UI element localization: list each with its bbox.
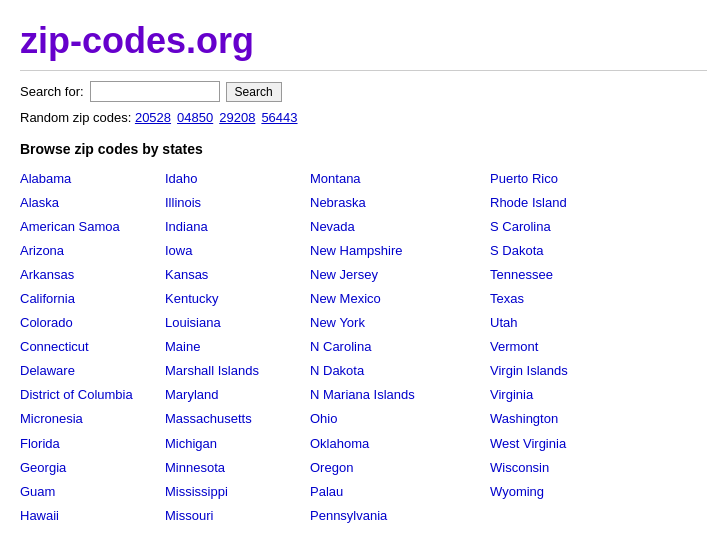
state-link[interactable]: N Mariana Islands xyxy=(310,383,490,407)
state-link[interactable]: Puerto Rico xyxy=(490,167,640,191)
state-link[interactable]: American Samoa xyxy=(20,215,165,239)
search-label: Search for: xyxy=(20,84,84,99)
state-link[interactable]: Oregon xyxy=(310,456,490,480)
state-link[interactable]: Connecticut xyxy=(20,335,165,359)
state-link[interactable]: N Dakota xyxy=(310,359,490,383)
state-link[interactable]: Louisiana xyxy=(165,311,310,335)
state-link[interactable]: Florida xyxy=(20,432,165,456)
site-title: zip-codes.org xyxy=(20,10,707,71)
state-link[interactable]: Hawaii xyxy=(20,504,165,528)
states-col2: IdahoIllinoisIndianaIowaKansasKentuckyLo… xyxy=(165,167,310,528)
state-link[interactable]: New Hampshire xyxy=(310,239,490,263)
state-link[interactable]: Idaho xyxy=(165,167,310,191)
state-link[interactable]: Nevada xyxy=(310,215,490,239)
state-link[interactable]: New Mexico xyxy=(310,287,490,311)
state-link[interactable]: Indiana xyxy=(165,215,310,239)
random-zip-links: 20528048502920856443 xyxy=(135,110,304,125)
state-link[interactable]: New Jersey xyxy=(310,263,490,287)
state-link[interactable]: Micronesia xyxy=(20,407,165,431)
state-link[interactable]: District of Columbia xyxy=(20,383,165,407)
state-link[interactable]: Missouri xyxy=(165,504,310,528)
state-link[interactable]: Wyoming xyxy=(490,480,640,504)
random-zip-area: Random zip codes: 20528048502920856443 xyxy=(20,110,707,125)
state-link[interactable]: Oklahoma xyxy=(310,432,490,456)
state-link[interactable]: Minnesota xyxy=(165,456,310,480)
state-link[interactable]: Nebraska xyxy=(310,191,490,215)
states-grid: AlabamaAlaskaAmerican SamoaArizonaArkans… xyxy=(20,167,707,528)
state-link[interactable]: Vermont xyxy=(490,335,640,359)
state-link[interactable]: Delaware xyxy=(20,359,165,383)
state-link[interactable]: Virgin Islands xyxy=(490,359,640,383)
states-col1: AlabamaAlaskaAmerican SamoaArizonaArkans… xyxy=(20,167,165,528)
states-col3: MontanaNebraskaNevadaNew HampshireNew Je… xyxy=(310,167,490,528)
state-link[interactable]: Virginia xyxy=(490,383,640,407)
state-link[interactable]: Rhode Island xyxy=(490,191,640,215)
state-link[interactable]: Kentucky xyxy=(165,287,310,311)
state-link[interactable]: Utah xyxy=(490,311,640,335)
state-link[interactable]: Montana xyxy=(310,167,490,191)
random-zip-link[interactable]: 20528 xyxy=(135,110,171,125)
state-link[interactable]: California xyxy=(20,287,165,311)
state-link[interactable]: Marshall Islands xyxy=(165,359,310,383)
random-zip-link[interactable]: 29208 xyxy=(219,110,255,125)
state-link[interactable]: West Virginia xyxy=(490,432,640,456)
search-area: Search for: Search xyxy=(20,81,707,102)
state-link[interactable]: Maryland xyxy=(165,383,310,407)
state-link[interactable]: Pennsylvania xyxy=(310,504,490,528)
random-zip-link[interactable]: 04850 xyxy=(177,110,213,125)
state-link[interactable]: Tennessee xyxy=(490,263,640,287)
state-link[interactable]: Massachusetts xyxy=(165,407,310,431)
state-link[interactable]: Colorado xyxy=(20,311,165,335)
search-input[interactable] xyxy=(90,81,220,102)
state-link[interactable]: Kansas xyxy=(165,263,310,287)
state-link[interactable]: Georgia xyxy=(20,456,165,480)
state-link[interactable]: Palau xyxy=(310,480,490,504)
state-link[interactable]: Wisconsin xyxy=(490,456,640,480)
state-link[interactable]: Michigan xyxy=(165,432,310,456)
state-link[interactable]: S Dakota xyxy=(490,239,640,263)
states-col4: Puerto RicoRhode IslandS CarolinaS Dakot… xyxy=(490,167,640,528)
state-link[interactable]: Washington xyxy=(490,407,640,431)
state-link[interactable]: New York xyxy=(310,311,490,335)
search-button[interactable]: Search xyxy=(226,82,282,102)
state-link[interactable]: Guam xyxy=(20,480,165,504)
state-link[interactable]: Texas xyxy=(490,287,640,311)
state-link[interactable]: Illinois xyxy=(165,191,310,215)
state-link[interactable]: Mississippi xyxy=(165,480,310,504)
state-link[interactable]: Alaska xyxy=(20,191,165,215)
state-link[interactable]: S Carolina xyxy=(490,215,640,239)
state-link[interactable]: Arkansas xyxy=(20,263,165,287)
state-link[interactable]: Ohio xyxy=(310,407,490,431)
state-link[interactable]: Arizona xyxy=(20,239,165,263)
state-link[interactable]: N Carolina xyxy=(310,335,490,359)
random-zip-link[interactable]: 56443 xyxy=(261,110,297,125)
random-zip-label: Random zip codes: xyxy=(20,110,131,125)
state-link[interactable]: Alabama xyxy=(20,167,165,191)
state-link[interactable]: Maine xyxy=(165,335,310,359)
state-link[interactable]: Iowa xyxy=(165,239,310,263)
browse-heading: Browse zip codes by states xyxy=(20,141,707,157)
